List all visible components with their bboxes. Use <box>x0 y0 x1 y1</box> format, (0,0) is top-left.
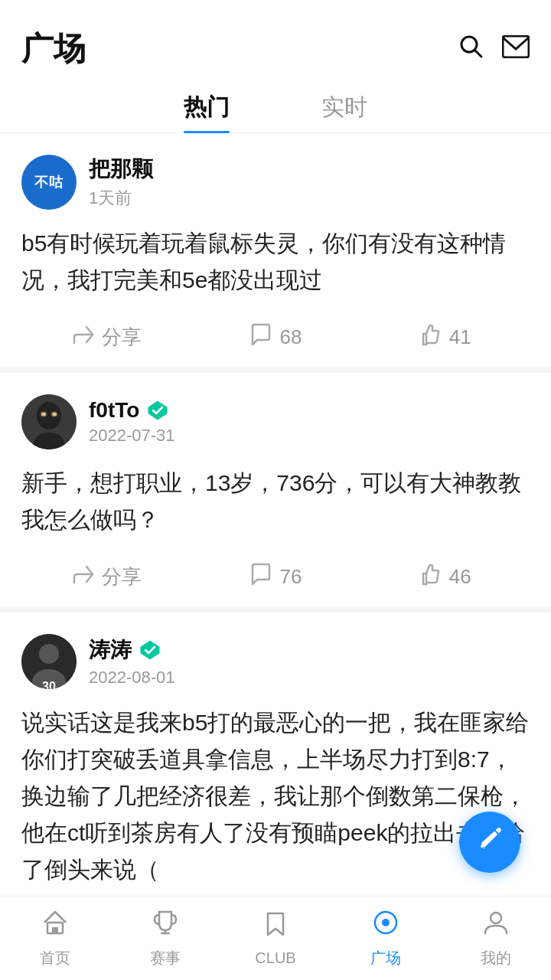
nav-esports-label: 赛事 <box>150 948 181 969</box>
header: 广场 <box>0 0 551 83</box>
post-2-actions: 分享 76 46 <box>21 557 530 594</box>
post-3-content: 说实话这是我来b5打的最恶心的一把，我在匪家给你们打突破丢道具拿信息，上半场尽力… <box>21 704 530 888</box>
svg-line-1 <box>474 50 481 57</box>
nav-club-label: CLUB <box>255 949 295 967</box>
post-1-avatar: 不咕 <box>21 155 77 210</box>
post-1-username: 把那颗 <box>89 155 153 184</box>
post-1-likes[interactable]: 41 <box>360 323 530 351</box>
svg-marker-11 <box>148 401 167 420</box>
home-icon <box>41 909 69 943</box>
svg-rect-20 <box>52 927 58 933</box>
like-icon-2 <box>419 563 442 591</box>
svg-rect-2 <box>503 36 529 57</box>
comment-icon <box>249 323 272 351</box>
svg-text:30: 30 <box>42 680 56 689</box>
tabs-bar: 热门 实时 <box>0 83 551 133</box>
like-icon <box>419 323 442 351</box>
post-3-username: 涛涛 <box>89 635 132 665</box>
share-icon <box>71 323 94 351</box>
trophy-icon <box>152 909 179 943</box>
verified-badge <box>147 400 168 421</box>
nav-home[interactable]: 首页 <box>0 909 110 969</box>
bookmark-icon <box>262 910 289 945</box>
post-2-like-count: 46 <box>449 565 471 589</box>
post-1-user-info: 把那颗 1天前 <box>89 155 530 210</box>
post-3-user-row: 30 涛涛 2022-08-01 <box>21 634 530 689</box>
mail-icon[interactable] <box>502 34 530 64</box>
nav-home-label: 首页 <box>40 948 70 969</box>
post-1-comments[interactable]: 68 <box>191 323 360 351</box>
nav-mine[interactable]: 我的 <box>441 909 551 969</box>
nav-plaza[interactable]: 广场 <box>331 909 441 969</box>
nav-plaza-label: 广场 <box>370 948 401 969</box>
plaza-icon <box>372 909 399 943</box>
page-title: 广场 <box>21 28 86 70</box>
post-2-name-row: f0tTo <box>89 398 530 423</box>
tab-realtime[interactable]: 实时 <box>321 92 367 132</box>
post-3-avatar: 30 <box>21 634 77 689</box>
svg-point-7 <box>41 413 46 416</box>
post-1: 不咕 把那颗 1天前 b5有时候玩着玩着鼠标失灵，你们有没有这种情况，我打完美和… <box>0 133 551 373</box>
comment-icon-2 <box>249 563 272 591</box>
person-icon <box>482 909 510 943</box>
post-2-username: f0tTo <box>89 398 139 423</box>
post-1-share-label: 分享 <box>102 324 142 351</box>
post-3-name-row: 涛涛 <box>89 635 530 665</box>
compose-icon <box>476 825 504 860</box>
compose-fab[interactable] <box>459 812 520 873</box>
post-2-user-row: f0tTo 2022-07-31 <box>21 394 530 449</box>
post-1-time: 1天前 <box>89 187 530 210</box>
nav-club[interactable]: CLUB <box>220 910 331 967</box>
post-3-user-info: 涛涛 2022-08-01 <box>89 635 530 688</box>
post-2-comment-count: 76 <box>280 565 302 589</box>
post-1-user-row: 不咕 把那颗 1天前 <box>21 155 530 210</box>
post-1-share[interactable]: 分享 <box>21 323 191 351</box>
post-2-content: 新手，想打职业，13岁，736分，可以有大神教教我怎么做吗？ <box>21 465 530 538</box>
search-icon[interactable] <box>458 33 484 65</box>
post-2-avatar <box>21 394 77 449</box>
svg-line-18 <box>481 847 485 848</box>
post-1-name-row: 把那颗 <box>89 155 530 184</box>
share-icon-2 <box>71 563 94 591</box>
header-icons <box>458 33 530 65</box>
post-2-time: 2022-07-31 <box>89 426 530 446</box>
nav-mine-label: 我的 <box>481 948 511 969</box>
svg-rect-9 <box>41 422 57 427</box>
post-1-content: b5有时候玩着玩着鼠标失灵，你们有没有这种情况，我打完美和5e都没出现过 <box>21 225 530 299</box>
bottom-nav: 首页 赛事 CLUB 广场 <box>0 896 551 980</box>
post-2-share-label: 分享 <box>102 564 142 590</box>
post-2: f0tTo 2022-07-31 新手，想打职业，13岁，736分，可以有大神教… <box>0 373 551 612</box>
post-1-comment-count: 68 <box>280 325 302 349</box>
post-1-like-count: 41 <box>449 325 471 349</box>
post-1-actions: 分享 68 41 <box>21 317 530 354</box>
svg-point-24 <box>382 919 390 926</box>
nav-esports[interactable]: 赛事 <box>110 909 220 969</box>
post-2-user-info: f0tTo 2022-07-31 <box>89 398 530 446</box>
post-2-share[interactable]: 分享 <box>21 563 191 591</box>
post-3-time: 2022-08-01 <box>89 668 530 688</box>
post-2-comments[interactable]: 76 <box>191 563 360 591</box>
svg-point-13 <box>39 644 59 664</box>
tab-hot[interactable]: 热门 <box>184 92 230 132</box>
svg-point-25 <box>491 913 501 923</box>
verified-badge-3 <box>139 639 161 661</box>
svg-marker-16 <box>141 641 159 659</box>
svg-point-8 <box>52 413 57 416</box>
post-2-likes[interactable]: 46 <box>360 563 530 591</box>
avatar-text: 不咕 <box>34 173 64 191</box>
